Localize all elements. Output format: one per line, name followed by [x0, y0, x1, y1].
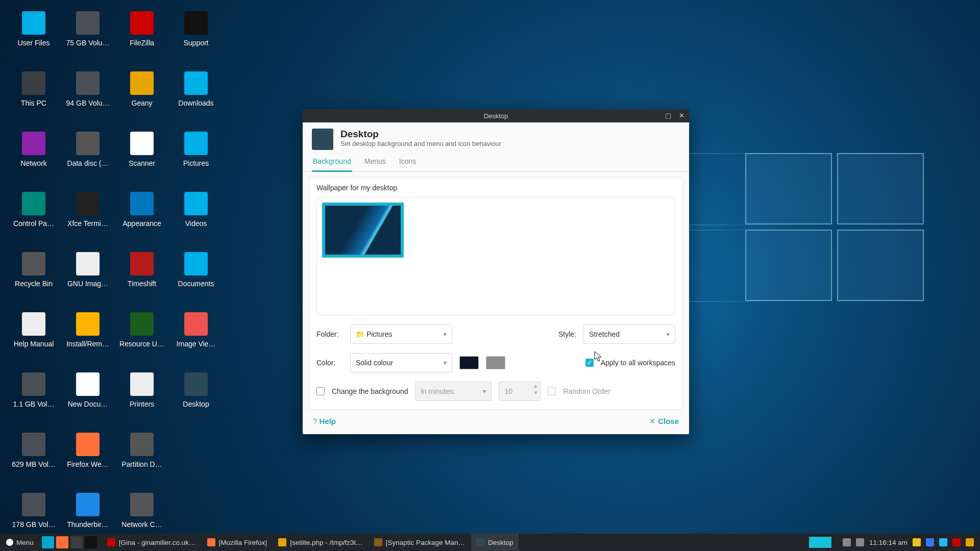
- desktop-icon[interactable]: 75 GB Volu…: [61, 9, 114, 66]
- color-swatch-primary[interactable]: [459, 356, 479, 369]
- desktop-icon-label: Help Manual: [9, 340, 58, 348]
- desktop-icon[interactable]: Help Manual: [7, 310, 60, 367]
- tray-cloud-icon[interactable]: [939, 538, 947, 546]
- desktop-icon[interactable]: Appearance: [115, 190, 168, 247]
- workspace-switcher[interactable]: [809, 537, 831, 548]
- desktop-icon-label: 94 GB Volu…: [63, 99, 112, 107]
- spinner-up-icon: ▲: [533, 383, 538, 389]
- dialog-heading: Desktop: [340, 129, 501, 140]
- desktop-icon-label: Thunderbir…: [63, 520, 112, 529]
- desktop-icon-label: Firefox We…: [63, 460, 112, 468]
- taskbar-task[interactable]: [Mozilla Firefox]: [202, 534, 273, 551]
- taskbar: Menu [Gina - ginamiller.co.uk… [Mozilla …: [0, 534, 980, 551]
- clock[interactable]: 11:16:14 am: [869, 539, 908, 546]
- app-icon: [76, 71, 100, 95]
- desktop-icon[interactable]: Control Pa…: [7, 190, 60, 247]
- desktop-icon-label: Network C…: [117, 520, 166, 529]
- tab-background[interactable]: Background: [312, 153, 352, 172]
- desktop-icon[interactable]: Install/Rem…: [61, 310, 114, 367]
- desktop-icon[interactable]: Printers: [115, 370, 168, 428]
- desktop-icon[interactable]: User Files: [7, 9, 60, 66]
- menu-button[interactable]: Menu: [0, 534, 40, 551]
- desktop-icon[interactable]: Network: [7, 130, 60, 187]
- app-icon: [130, 132, 154, 155]
- desktop-icon-label: 629 MB Vol…: [9, 460, 58, 468]
- desktop-icon[interactable]: FileZilla: [115, 9, 168, 66]
- taskbar-task[interactable]: [Synaptic Package Man…: [369, 534, 470, 551]
- desktop-icon-label: Partition D…: [117, 460, 166, 468]
- show-desktop-icon[interactable]: [42, 536, 54, 548]
- tab-menus[interactable]: Menus: [363, 153, 387, 171]
- desktop-icon[interactable]: This PC: [7, 69, 60, 127]
- desktop-icon[interactable]: GNU Imag…: [61, 250, 114, 307]
- desktop-icon[interactable]: Geany: [115, 69, 168, 127]
- style-label: Style:: [558, 330, 576, 338]
- desktop-icon[interactable]: Image Vie…: [169, 310, 223, 367]
- taskbar-task[interactable]: Desktop: [471, 534, 519, 551]
- desktop-icon[interactable]: Pictures: [169, 130, 223, 187]
- desktop-icon-label: Control Pa…: [9, 219, 58, 228]
- tray-volume-icon[interactable]: [856, 538, 864, 546]
- terminal-launcher-icon[interactable]: [85, 536, 97, 548]
- color-combo[interactable]: Solid colour ▾: [350, 353, 452, 372]
- desktop-icon-label: 178 GB Vol…: [9, 520, 58, 529]
- desktop-icon[interactable]: 629 MB Vol…: [7, 431, 60, 488]
- desktop-icon[interactable]: Firefox We…: [61, 431, 114, 488]
- task-label: [setlite.php - /tmp/fz3t…: [290, 539, 363, 546]
- close-icon[interactable]: ✕: [677, 111, 686, 120]
- change-bg-checkbox[interactable]: [316, 387, 325, 395]
- desktop-icon-label: This PC: [9, 99, 58, 107]
- desktop-icon[interactable]: Scanner: [115, 130, 168, 187]
- app-icon: [76, 312, 100, 336]
- chevron-down-icon: ▾: [483, 388, 486, 395]
- desktop-icon[interactable]: Data disc (…: [61, 130, 114, 187]
- wallpaper-list[interactable]: [316, 197, 675, 315]
- tab-icons[interactable]: Icons: [398, 153, 417, 171]
- folder-combo[interactable]: 📁 Pictures ▾: [350, 324, 452, 344]
- menu-label: Menu: [16, 539, 34, 546]
- tray-power-icon[interactable]: [913, 538, 921, 546]
- wallpaper-thumbnail[interactable]: [322, 203, 404, 258]
- desktop-icon[interactable]: Resource U…: [115, 310, 168, 367]
- tray-updates-icon[interactable]: [966, 538, 974, 546]
- desktop-icon-label: Resource U…: [117, 340, 166, 348]
- desktop-icon[interactable]: Xfce Termi…: [61, 190, 114, 247]
- firefox-launcher-icon[interactable]: [56, 536, 68, 548]
- dialog-titlebar[interactable]: Desktop ▢ ✕: [303, 109, 689, 122]
- desktop-icon-label: Scanner: [117, 159, 166, 167]
- desktop-icon-label: Appearance: [117, 219, 166, 228]
- taskbar-task[interactable]: [Gina - ginamiller.co.uk…: [102, 534, 201, 551]
- desktop-icon[interactable]: Support: [169, 9, 223, 66]
- apply-all-checkbox[interactable]: ✓: [585, 359, 594, 367]
- desktop-icon[interactable]: Documents: [169, 250, 223, 307]
- desktop-icon[interactable]: New Docu…: [61, 370, 114, 428]
- spinner-down-icon: ▼: [533, 390, 538, 395]
- desktop-icon[interactable]: Downloads: [169, 69, 223, 127]
- desktop-icon-label: Timeshift: [117, 280, 166, 288]
- desktop-icon-label: Downloads: [172, 99, 220, 107]
- tray-filezilla-icon[interactable]: [952, 538, 961, 546]
- desktop-icon[interactable]: Desktop: [169, 370, 223, 428]
- desktop-icon[interactable]: Videos: [169, 190, 223, 247]
- desktop-icon[interactable]: 1.1 GB Vol…: [7, 370, 60, 428]
- desktop-icon[interactable]: Recycle Bin: [7, 250, 60, 307]
- taskbar-task[interactable]: [setlite.php - /tmp/fz3t…: [273, 534, 368, 551]
- desktop-icon[interactable]: Partition D…: [115, 431, 168, 488]
- task-icon: [207, 538, 215, 546]
- files-launcher-icon[interactable]: [70, 536, 83, 548]
- color-swatch-secondary[interactable]: [486, 356, 505, 369]
- interval-spinner: 10 ▲▼: [499, 382, 541, 401]
- desktop-icon-label: Documents: [172, 280, 220, 288]
- style-combo[interactable]: Stretched ▾: [583, 324, 675, 344]
- tray-display-icon[interactable]: [843, 538, 851, 546]
- app-icon: [130, 71, 154, 95]
- close-button[interactable]: ✕ Close: [649, 417, 679, 426]
- desktop-icon[interactable]: 94 GB Volu…: [61, 69, 114, 127]
- app-icon: [22, 372, 45, 396]
- help-button[interactable]: ? Help: [313, 417, 336, 426]
- app-icon: [76, 192, 100, 215]
- maximize-icon[interactable]: ▢: [664, 111, 673, 120]
- desktop-icon-label: Image Vie…: [172, 340, 220, 348]
- tray-network-icon[interactable]: [926, 538, 934, 546]
- desktop-icon[interactable]: Timeshift: [115, 250, 168, 307]
